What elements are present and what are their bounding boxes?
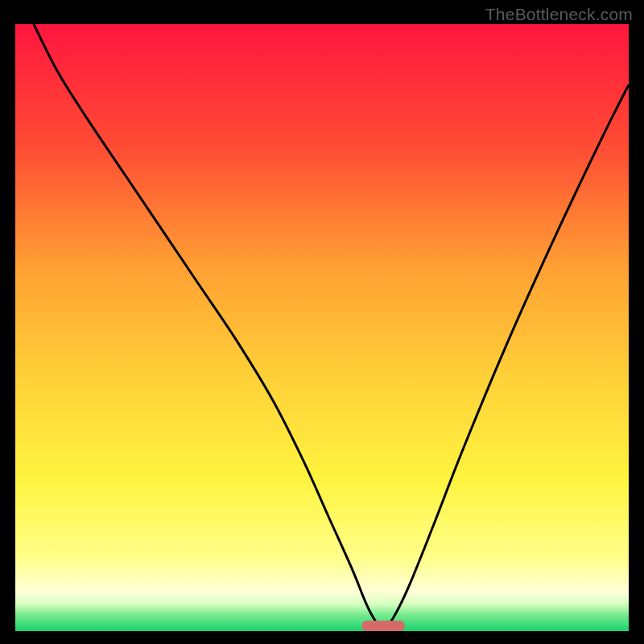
optimal-marker <box>362 621 405 631</box>
watermark-text: TheBottleneck.com <box>485 5 633 24</box>
plot-background <box>15 24 629 631</box>
chart-frame: TheBottleneck.com <box>0 0 644 644</box>
bottleneck-chart <box>0 0 644 644</box>
